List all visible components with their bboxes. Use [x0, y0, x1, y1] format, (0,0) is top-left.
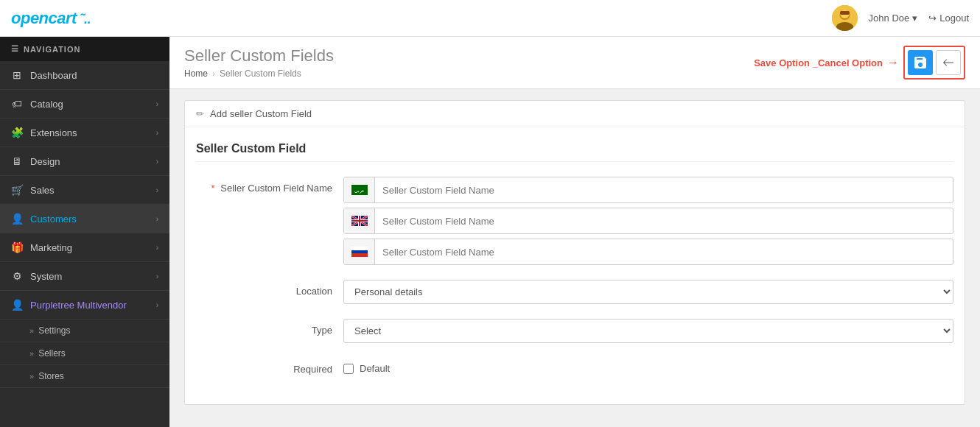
sidebar-sub-settings[interactable]: Settings	[0, 320, 169, 342]
card-header-label: Add seller Custom Field	[210, 108, 312, 119]
main-content: Seller Custom Fields Home › Seller Custo…	[169, 37, 980, 427]
sidebar-item-customers[interactable]: 👤 Customers ›	[0, 205, 169, 233]
save-button[interactable]	[908, 50, 933, 75]
required-checkbox[interactable]	[343, 364, 354, 374]
type-select[interactable]: Select Text Textarea Radio Checkbox File	[343, 319, 953, 343]
field-name-controls: عربي	[343, 177, 953, 265]
chevron-right-icon: ›	[156, 272, 158, 280]
logout-button[interactable]: ↪ Logout	[928, 13, 969, 24]
purpletree-icon: 👤	[11, 299, 23, 311]
save-cancel-label: Save Option _Cancel Option	[754, 57, 883, 68]
chevron-right-icon: ›	[156, 129, 158, 137]
required-label: Required	[196, 358, 343, 375]
breadcrumb-current: Seller Custom Fields	[220, 68, 301, 79]
chevron-right-icon: ›	[156, 186, 158, 194]
chevron-right-icon: ›	[156, 158, 158, 166]
russia-flag	[344, 239, 375, 264]
uk-flag	[344, 208, 375, 233]
page-header: Seller Custom Fields Home › Seller Custo…	[169, 37, 980, 89]
sidebar-item-design[interactable]: 🖥 Design ›	[0, 147, 169, 176]
chevron-right-icon: ›	[156, 301, 158, 309]
catalog-icon: 🏷	[11, 98, 23, 110]
type-controls: Select Text Textarea Radio Checkbox File	[343, 319, 953, 343]
english-input-group	[343, 208, 953, 234]
section-title: Seller Custom Field	[196, 142, 953, 162]
card-header: ✏ Add seller Custom Field	[185, 101, 965, 127]
field-name-label: * Seller Custom Field Name	[196, 177, 343, 194]
page-title-area: Seller Custom Fields Home › Seller Custo…	[184, 46, 334, 79]
system-icon: ⚙	[11, 270, 23, 282]
card-body: Seller Custom Field * Seller Custom Fiel…	[185, 127, 965, 404]
sidebar-item-dashboard[interactable]: ⊞ Dashboard	[0, 61, 169, 90]
sidebar-item-sales[interactable]: 🛒 Sales ›	[0, 176, 169, 205]
header-actions: Save Option _Cancel Option →	[754, 46, 965, 80]
sales-icon: 🛒	[11, 184, 23, 196]
main-header: opencart ˜.. John Doe ▾ ↪ Logout	[0, 0, 980, 37]
arrow-right-icon: →	[887, 56, 899, 69]
logo: opencart ˜..	[11, 9, 91, 28]
sidebar: ☰ NAVIGATION ⊞ Dashboard 🏷 Catalog › 🧩 E…	[0, 37, 169, 427]
required-group: Required Default	[196, 358, 953, 375]
customers-icon: 👤	[11, 213, 23, 225]
field-name-group: * Seller Custom Field Name عربي	[196, 177, 953, 265]
type-group: Type Select Text Textarea Radio Checkbox…	[196, 319, 953, 343]
english-field-input[interactable]	[375, 211, 953, 232]
required-checkbox-group: Default	[343, 358, 953, 374]
arabic-input-group: عربي	[343, 177, 953, 203]
location-label: Location	[196, 280, 343, 297]
breadcrumb-home[interactable]: Home	[184, 68, 208, 79]
arabic-field-input[interactable]	[375, 180, 953, 201]
page-title: Seller Custom Fields	[184, 46, 334, 66]
chevron-right-icon: ›	[156, 100, 158, 108]
russian-input-group	[343, 239, 953, 265]
nav-header: ☰ NAVIGATION	[0, 37, 169, 61]
sidebar-item-extensions[interactable]: 🧩 Extensions ›	[0, 119, 169, 147]
location-controls: Personal details Business details Addres…	[343, 280, 953, 304]
extensions-icon: 🧩	[11, 127, 23, 138]
back-button[interactable]	[936, 50, 961, 75]
russian-field-input[interactable]	[375, 241, 953, 263]
content-card: ✏ Add seller Custom Field Seller Custom …	[184, 100, 965, 405]
edit-icon: ✏	[196, 108, 204, 119]
location-select[interactable]: Personal details Business details Addres…	[343, 280, 953, 304]
svg-rect-4	[840, 11, 850, 15]
svg-rect-16	[351, 247, 368, 250]
action-box	[903, 46, 965, 80]
chevron-right-icon: ›	[156, 215, 158, 223]
user-name[interactable]: John Doe ▾	[869, 13, 918, 24]
dashboard-icon: ⊞	[11, 69, 23, 81]
sidebar-item-purpletree[interactable]: 👤 Purpletree Multivendor ›	[0, 291, 169, 320]
marketing-icon: 🎁	[11, 241, 23, 253]
arabic-flag: عربي	[344, 177, 375, 202]
sidebar-item-marketing[interactable]: 🎁 Marketing ›	[0, 233, 169, 262]
layout: ☰ NAVIGATION ⊞ Dashboard 🏷 Catalog › 🧩 E…	[0, 37, 980, 427]
content: ✏ Add seller Custom Field Seller Custom …	[169, 89, 980, 427]
svg-rect-18	[351, 253, 368, 257]
location-group: Location Personal details Business detai…	[196, 280, 953, 304]
breadcrumb: Home › Seller Custom Fields	[184, 68, 334, 79]
avatar	[832, 5, 858, 31]
type-label: Type	[196, 319, 343, 336]
sidebar-item-system[interactable]: ⚙ System ›	[0, 262, 169, 291]
design-icon: 🖥	[11, 155, 23, 167]
required-checkbox-label: Default	[360, 363, 390, 374]
required-star: *	[211, 183, 215, 194]
hamburger-icon: ☰	[11, 44, 19, 54]
sidebar-sub-stores[interactable]: Stores	[0, 365, 169, 388]
svg-text:عربي: عربي	[354, 188, 365, 194]
breadcrumb-separator: ›	[212, 68, 215, 79]
required-controls: Default	[343, 358, 953, 374]
header-right: John Doe ▾ ↪ Logout	[832, 5, 969, 31]
sidebar-item-catalog[interactable]: 🏷 Catalog ›	[0, 90, 169, 119]
svg-rect-15	[351, 220, 368, 222]
chevron-right-icon: ›	[156, 244, 158, 252]
logo-text: opencart ˜..	[11, 9, 91, 28]
sidebar-sub-sellers[interactable]: Sellers	[0, 342, 169, 365]
